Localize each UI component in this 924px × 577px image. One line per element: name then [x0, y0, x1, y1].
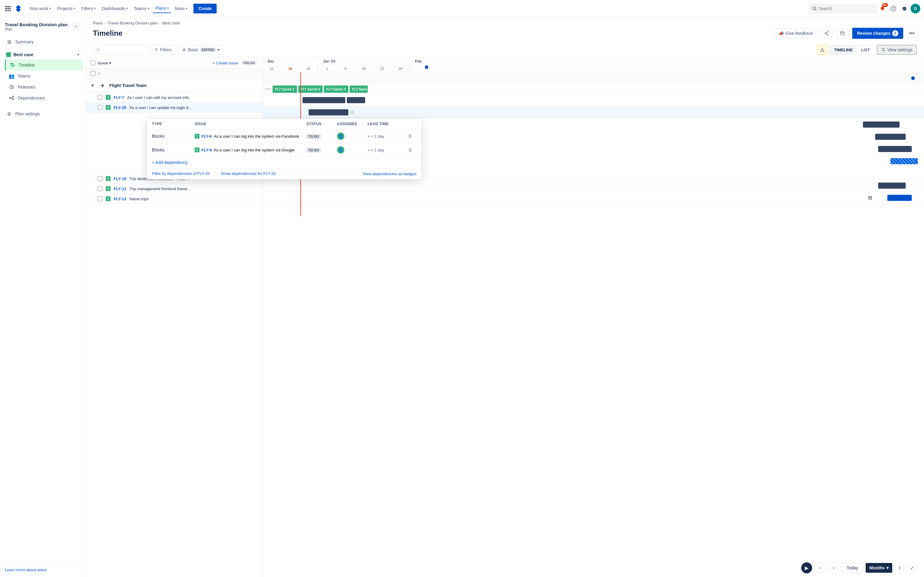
info-button[interactable]: i: [895, 563, 905, 573]
issue-search-box[interactable]: [93, 45, 148, 54]
create-button[interactable]: Create: [194, 4, 216, 13]
collapse-team-button[interactable]: ▼: [90, 83, 95, 88]
apps-menu-icon[interactable]: [4, 4, 12, 13]
sidebar-item-dependencies[interactable]: Dependencies: [5, 92, 83, 103]
search-input[interactable]: [819, 6, 867, 11]
learn-more-link[interactable]: Learn more about plans: [5, 567, 47, 572]
show-dependencies-link[interactable]: Show dependencies for FLY-25: [221, 171, 276, 176]
svg-rect-6: [5, 10, 7, 11]
nav-plans[interactable]: Plans ▾: [153, 4, 171, 13]
link-icon[interactable]: ⛓: [350, 110, 354, 115]
nav-your-work[interactable]: Your work ▾: [27, 4, 53, 13]
adjust-icon: [182, 48, 186, 52]
issue-checkbox[interactable]: [98, 105, 103, 110]
hash-checkbox[interactable]: [90, 71, 95, 76]
view-settings-button[interactable]: View settings: [877, 45, 917, 55]
nav-more[interactable]: More ▾: [172, 4, 190, 13]
nav-filters[interactable]: Filters ▾: [79, 4, 98, 13]
sidebar-item-releases[interactable]: Releases: [5, 82, 83, 92]
breadcrumb-best-case[interactable]: Best case: [162, 21, 180, 25]
filter-by-dependencies-link[interactable]: Filter by dependencies of FLY-25: [152, 171, 210, 176]
sidebar-item-summary[interactable]: ⊞ Summary: [2, 36, 83, 47]
gantt-bar[interactable]: [309, 109, 348, 115]
select-all-checkbox[interactable]: [90, 60, 95, 65]
create-issue-button[interactable]: + Create issue: [212, 61, 238, 65]
svg-line-26: [826, 34, 827, 34]
settings-icon: ⚙: [6, 111, 12, 117]
sprint-bar[interactable]: FLY Sprint 2: [298, 85, 323, 93]
gantt-bar[interactable]: [863, 121, 900, 127]
grid-icon: ⊞: [6, 39, 12, 45]
filters-button[interactable]: Filters: [150, 45, 176, 54]
next-button[interactable]: ›: [828, 562, 839, 573]
expand-button[interactable]: ⤢: [907, 563, 917, 573]
fields-button[interactable]: FIELDS: [241, 60, 258, 66]
top-navigation: Your work ▾ Projects ▾ Filters ▾ Dashboa…: [0, 0, 924, 17]
view-dependencies-badges-link[interactable]: View dependencies as badges: [363, 172, 417, 176]
search-box[interactable]: [809, 4, 876, 13]
gantt-bar[interactable]: [875, 134, 906, 140]
calendar-button[interactable]: [836, 29, 848, 37]
delete-dependency-button[interactable]: 🗑: [404, 134, 417, 139]
chevron-down-icon: ▾: [50, 7, 51, 10]
sprint-bar[interactable]: FLY Sprint 1: [273, 85, 297, 93]
delete-dependency-button[interactable]: 🗑: [404, 147, 417, 153]
sidebar-item-plan-settings[interactable]: ⚙ Plan settings: [2, 108, 83, 119]
issue-row[interactable]: S FLY-13 Name trips: [86, 194, 262, 204]
add-dependency-button[interactable]: + Add dependency: [152, 160, 187, 165]
sprint-bar[interactable]: FLY Sprin...: [350, 85, 368, 93]
issue-search-input[interactable]: [102, 47, 145, 52]
basic-button[interactable]: Basic EDITED ▾: [178, 45, 224, 54]
review-changes-button[interactable]: Review changes 2: [852, 28, 903, 39]
story-icon: S: [195, 134, 200, 139]
chevron-down-icon: ▾: [77, 53, 79, 57]
breadcrumb-division-plan[interactable]: Travel Booking Division plan: [108, 21, 158, 25]
link-icon[interactable]: ⛓: [868, 195, 872, 200]
months-select-button[interactable]: Months ▾: [866, 563, 892, 573]
more-options-button[interactable]: •••: [907, 28, 917, 38]
gantt-bar[interactable]: [347, 97, 365, 103]
issue-checkbox[interactable]: [98, 196, 103, 201]
timeline-view-button[interactable]: TIMELINE: [830, 46, 857, 54]
sidebar-item-teams[interactable]: 👥 Teams: [5, 71, 83, 82]
issue-column-header[interactable]: Issue ▾: [98, 61, 111, 65]
issue-row[interactable]: S FLY-11 Trip management frontend frame.…: [86, 184, 262, 194]
share-button[interactable]: [821, 29, 833, 37]
releases-icon: [8, 84, 15, 90]
sidebar-item-timeline[interactable]: Timeline: [5, 60, 83, 71]
issue-checkbox[interactable]: [98, 186, 103, 191]
gantt-bar[interactable]: [302, 97, 345, 103]
issue-checkbox[interactable]: [98, 176, 103, 181]
team-row[interactable]: ▼ ✈ Flight Travel Team: [86, 79, 262, 92]
list-view-button[interactable]: LIST: [857, 46, 874, 54]
breadcrumb-plans[interactable]: Plans: [93, 21, 103, 25]
calendar-icon: [840, 31, 845, 35]
issue-row[interactable]: S FLY-7 As I user I can edit my account …: [86, 92, 262, 103]
issue-row[interactable]: S FLY-25 As a user I can update my login…: [86, 103, 262, 113]
settings-button[interactable]: [900, 4, 909, 13]
help-button[interactable]: ?: [888, 4, 898, 13]
nav-teams[interactable]: Teams ▾: [131, 4, 152, 13]
jira-logo[interactable]: [13, 4, 23, 13]
best-case-section[interactable]: Best case ▾: [2, 50, 83, 60]
gantt-bar[interactable]: [887, 195, 912, 201]
play-button[interactable]: ▶: [801, 562, 812, 573]
dependencies-icon: [8, 95, 15, 101]
prev-button[interactable]: ‹: [815, 562, 825, 573]
sprint-bar[interactable]: FLY Sprint 3: [324, 85, 348, 93]
user-avatar[interactable]: G: [911, 4, 920, 13]
notifications-button[interactable]: 9+: [877, 4, 887, 13]
nav-projects[interactable]: Projects ▾: [55, 4, 78, 13]
warning-icon[interactable]: ⚠: [817, 45, 827, 55]
svg-point-39: [183, 50, 184, 51]
collapse-sidebar-button[interactable]: ‹: [72, 22, 80, 31]
nav-dashboards[interactable]: Dashboards ▾: [99, 4, 130, 13]
gantt-bar[interactable]: [878, 182, 906, 189]
chevron-down-icon: ▾: [109, 61, 111, 65]
give-feedback-button[interactable]: 📣 Give feedback: [775, 29, 817, 38]
gantt-bar[interactable]: [878, 146, 912, 152]
svg-line-25: [826, 32, 827, 33]
issue-checkbox[interactable]: [98, 95, 103, 100]
gantt-bar-striped[interactable]: [890, 158, 918, 164]
today-button[interactable]: Today: [842, 562, 863, 573]
